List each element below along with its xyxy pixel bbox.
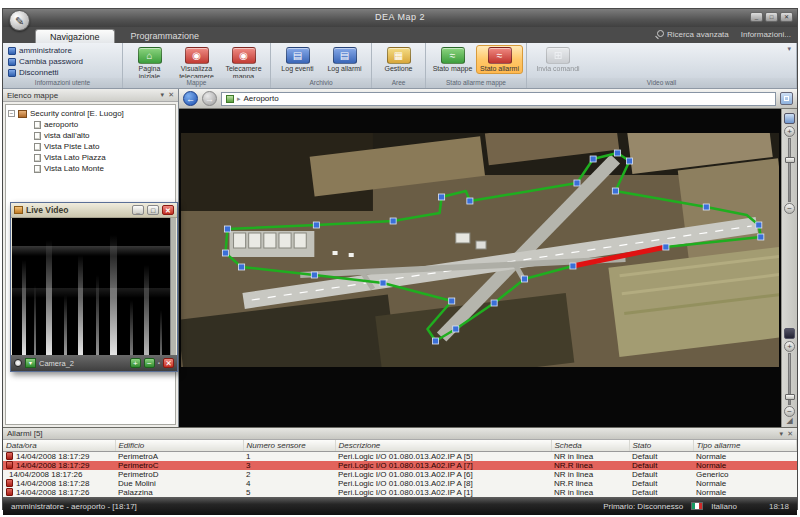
video-maximize-button[interactable]: □ [147,205,159,215]
back-button[interactable]: ← [183,91,198,106]
alarms-table: Data/ora Edificio Numero sensore Descriz… [3,440,797,497]
tree-root[interactable]: − Security control [E. Luogo] [8,108,173,119]
areas-icon: ▦ [387,47,411,64]
pin-icon[interactable]: ▾ [161,91,165,99]
layer-tool-icon[interactable] [784,328,795,339]
tree-item-vista-monte[interactable]: Vista Lato Monte [8,163,173,174]
light-icon[interactable] [14,359,22,367]
ribbon-group-maps: ⌂ Pagina iniziale ◉ Visualizza telecamer… [123,43,271,88]
alarms-close-icon[interactable]: ✕ [787,430,793,438]
tree-item-vista-piste[interactable]: Vista Piste Lato [8,141,173,152]
user-account-item[interactable]: amministratore [8,46,83,55]
close-button[interactable]: ✕ [780,12,793,22]
preset-icon[interactable]: ▪ [158,360,160,366]
opacity-slider[interactable] [788,353,791,405]
event-log-button[interactable]: ▤ Log eventi [274,45,321,74]
table-row[interactable]: 14/04/2008 18:17:26 PerimetroD2 Peri.Log… [3,470,797,479]
map-page-icon [34,143,41,151]
zoom-minus-button[interactable]: − [144,358,155,368]
status-session: amministratore - aeroporto - [18:17] [11,502,137,511]
video-close-button[interactable]: ✕ [162,205,174,215]
ribbon-group-videowall: ⊞ Invia comandi ▾ Video wall [527,43,797,88]
maximize-button[interactable]: □ [765,12,778,22]
page: ✎ DEA Map 2 _ □ ✕ Navigazione Programmaz… [0,0,800,517]
live-video-titlebar[interactable]: Live Video _ □ ✕ [11,203,177,218]
key-icon [8,58,16,66]
tree-item-vista-alto[interactable]: vista dall'alto [8,130,173,141]
info-link[interactable]: Informazioni... [741,30,791,39]
status-bar: amministratore - aeroporto - [18:17] Pri… [3,497,797,515]
resize-grip-icon[interactable]: ◢ [786,417,792,425]
zoom-in-button[interactable]: + [784,126,795,137]
table-row[interactable]: 14/04/2008 18:17:29 PerimetroC3 Peri.Log… [3,461,797,470]
home-map-button[interactable]: ⌂ Pagina iniziale [126,45,173,82]
table-row[interactable]: 14/04/2008 18:17:26 Palazzina5 Peri.Logi… [3,488,797,497]
map-cameras-button[interactable]: ◉ Telecamere mappa [220,45,267,82]
map-canvas[interactable]: + − + − ◢ [179,109,797,427]
tab-navigazione[interactable]: Navigazione [35,29,115,43]
videowall-icon: ⊞ [546,47,570,64]
opacity-up-button[interactable]: + [784,341,795,352]
minimize-button[interactable]: _ [750,12,763,22]
video-feed [12,218,176,355]
change-password-item[interactable]: Cambia password [8,57,83,66]
ribbon-collapse-icon[interactable]: ▾ [784,45,794,65]
chevron-right-icon: ▸ [237,95,241,103]
window-controls: _ □ ✕ [750,12,793,22]
video-minimize-button[interactable]: _ [132,205,144,215]
map-breadcrumb[interactable]: ▸ Aeroporto [221,92,776,106]
table-row[interactable]: 14/04/2008 18:17:28 Due Molini4 Peri.Log… [3,479,797,488]
ribbon-group-log: ▤ Log eventi ▤ Log allarmi Archivio [271,43,372,88]
alarm-bell-icon [6,461,13,469]
app-menu-button[interactable]: ✎ [9,10,30,31]
alarms-pin-icon[interactable]: ▾ [780,430,784,438]
map-page-icon [34,165,41,173]
live-video-window[interactable]: Live Video _ □ ✕ ▾ Camera_2 + [10,202,178,372]
window-title: DEA Map 2 [3,12,797,22]
alarm-bell-icon [6,488,13,496]
forward-button[interactable]: → [202,91,217,106]
tree-item-aeroporto[interactable]: aeroporto [8,119,173,130]
show-cameras-button[interactable]: ◉ Visualizza telecamere [173,45,220,82]
map-status-button[interactable]: ≈ Stato mappe [429,45,476,74]
zoom-plus-button[interactable]: + [130,358,141,368]
status-clock: 18:18 [769,502,789,511]
alarms-header-row: Data/ora Edificio Numero sensore Descriz… [3,440,797,451]
video-scrollbar[interactable] [170,218,176,355]
alarms-title: Allarmi [5] [7,429,43,438]
italian-flag-icon [691,502,703,510]
tab-programmazione[interactable]: Programmazione [117,29,214,43]
advanced-search-link[interactable]: Ricerca avanzata [657,30,729,39]
map-status-icon: ≈ [441,47,465,64]
video-camera-icon [14,206,23,214]
camera-icon: ◉ [185,47,209,64]
titlebar: ✎ DEA Map 2 _ □ ✕ [3,9,797,27]
map-icon [226,95,234,103]
alarm-status-button[interactable]: ≈ Stato allarmi [476,45,523,74]
live-video-title: Live Video [26,205,68,215]
logout-icon [8,69,16,77]
videowall-button[interactable]: ⊞ Invia comandi [530,45,586,74]
search-icon [657,30,664,37]
alarm-log-button[interactable]: ▤ Log allarmi [321,45,368,74]
ribbon-group-areas: ▦ Gestione Aree [372,43,426,88]
zoom-out-button[interactable]: − [784,203,795,214]
alarm-bell-icon [6,452,13,460]
manage-areas-button[interactable]: ▦ Gestione [375,45,422,74]
disconnect-item[interactable]: Disconnetti [8,68,83,77]
pan-tool-icon[interactable] [784,113,795,124]
map-options-button[interactable] [780,92,793,105]
stop-video-button[interactable]: ✕ [163,358,174,368]
ribbon-tabstrip: Navigazione Programmazione Ricerca avanz… [3,27,797,43]
panel-close-icon[interactable]: ✕ [168,91,174,99]
ribbon-group-user: amministratore Cambia password Disconnet… [3,43,123,88]
tree-item-vista-piazza[interactable]: Vista Lato Piazza [8,152,173,163]
zoom-slider[interactable] [788,138,791,202]
table-row[interactable]: 14/04/2008 18:17:29 PerimetroA1 Peri.Log… [3,451,797,461]
video-controls: ▾ Camera_2 + − ▪ ✕ [11,355,177,371]
status-language[interactable]: Italiano [711,502,737,511]
camera-select-dropdown[interactable]: ▾ [25,358,36,368]
alarm-bell-icon [6,479,13,487]
home-icon: ⌂ [138,47,162,64]
collapse-icon[interactable]: − [8,110,15,117]
